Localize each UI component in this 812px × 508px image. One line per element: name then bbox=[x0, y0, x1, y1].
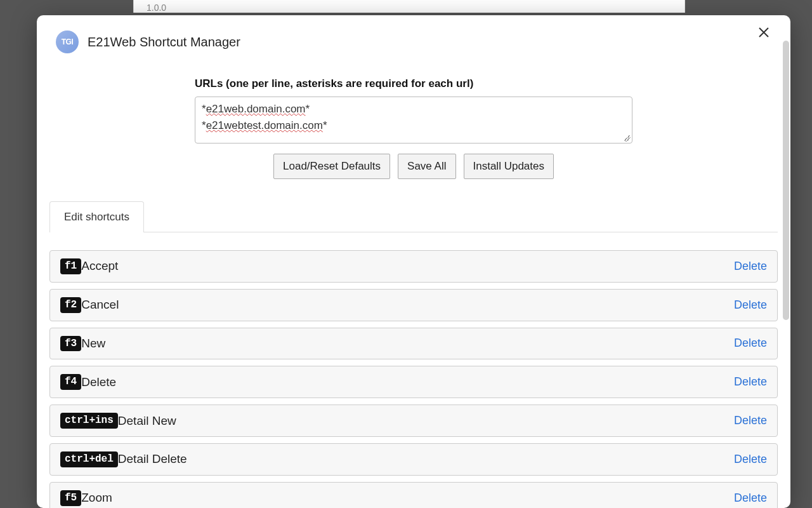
key-badge: ctrl+ins bbox=[60, 413, 118, 429]
install-updates-button[interactable]: Install Updates bbox=[464, 154, 554, 179]
shortcut-left: f1Accept bbox=[60, 258, 118, 274]
shortcut-name: Delete bbox=[81, 375, 116, 389]
shortcut-left: f4Delete bbox=[60, 374, 116, 390]
url-line-host: e21webtest.domain.com bbox=[206, 119, 323, 131]
close-button[interactable] bbox=[756, 25, 771, 41]
shortcut-left: f2Cancel bbox=[60, 297, 119, 313]
shortcut-row[interactable]: f2CancelDelete bbox=[49, 289, 778, 321]
delete-shortcut-button[interactable]: Delete bbox=[734, 491, 767, 505]
delete-shortcut-button[interactable]: Delete bbox=[734, 453, 767, 466]
delete-shortcut-button[interactable]: Delete bbox=[734, 298, 767, 312]
shortcut-row[interactable]: f5ZoomDelete bbox=[49, 482, 778, 508]
delete-shortcut-button[interactable]: Delete bbox=[734, 414, 767, 427]
page-title: E21Web Shortcut Manager bbox=[88, 35, 240, 50]
shortcut-name: New bbox=[81, 337, 105, 351]
key-badge: f2 bbox=[60, 297, 81, 313]
delete-shortcut-button[interactable]: Delete bbox=[734, 337, 767, 350]
url-line-suffix: * bbox=[306, 103, 310, 115]
resize-handle-icon[interactable] bbox=[624, 135, 631, 142]
url-textarea[interactable]: *e21web.domain.com**e21webtest.domain.co… bbox=[195, 97, 632, 144]
close-icon bbox=[758, 27, 769, 38]
shortcut-name: Detail Delete bbox=[118, 452, 187, 466]
url-label: URLs (one per line, asterisks are requir… bbox=[195, 77, 632, 90]
delete-shortcut-button[interactable]: Delete bbox=[734, 375, 767, 389]
url-line: *e21webtest.domain.com* bbox=[202, 117, 625, 134]
key-badge: f3 bbox=[60, 336, 81, 352]
url-line-host: e21web.domain.com bbox=[206, 103, 306, 115]
shortcut-name: Zoom bbox=[81, 491, 112, 505]
save-all-button[interactable]: Save All bbox=[398, 154, 455, 179]
shortcut-name: Detail New bbox=[118, 414, 176, 428]
shortcut-row[interactable]: f1AcceptDelete bbox=[49, 250, 778, 283]
app-icon-text: TGI bbox=[62, 37, 74, 46]
shortcut-row[interactable]: ctrl+insDetail NewDelete bbox=[49, 404, 778, 437]
key-badge: f4 bbox=[60, 374, 81, 390]
background-panel: 1.0.0 bbox=[133, 0, 685, 13]
modal-scrollbar[interactable] bbox=[783, 41, 789, 320]
shortcut-left: ctrl+insDetail New bbox=[60, 413, 176, 429]
shortcut-name: Accept bbox=[81, 259, 118, 273]
shortcut-row[interactable]: f3NewDelete bbox=[49, 328, 778, 360]
key-badge: f5 bbox=[60, 490, 81, 506]
key-badge: ctrl+del bbox=[60, 451, 118, 467]
tab-bar: Edit shortcuts bbox=[49, 201, 778, 232]
shortcut-left: f3New bbox=[60, 336, 105, 352]
button-row: Load/Reset Defaults Save All Install Upd… bbox=[49, 154, 778, 179]
shortcut-left: ctrl+delDetail Delete bbox=[60, 451, 187, 467]
delete-shortcut-button[interactable]: Delete bbox=[734, 260, 767, 273]
load-reset-defaults-button[interactable]: Load/Reset Defaults bbox=[273, 154, 390, 179]
tab-edit-shortcuts[interactable]: Edit shortcuts bbox=[49, 201, 144, 232]
shortcut-manager-modal: TGI E21Web Shortcut Manager URLs (one pe… bbox=[37, 15, 790, 508]
background-version: 1.0.0 bbox=[147, 3, 166, 13]
shortcut-list: f1AcceptDeletef2CancelDeletef3NewDeletef… bbox=[49, 250, 778, 508]
url-line-suffix: * bbox=[323, 119, 327, 131]
shortcut-name: Cancel bbox=[81, 298, 119, 312]
shortcut-row[interactable]: ctrl+delDetail DeleteDelete bbox=[49, 443, 778, 476]
url-line-prefix: * bbox=[202, 103, 206, 115]
modal-body: URLs (one per line, asterisks are requir… bbox=[37, 77, 790, 508]
url-line: *e21web.domain.com* bbox=[202, 101, 625, 117]
url-section: URLs (one per line, asterisks are requir… bbox=[195, 77, 632, 144]
app-icon: TGI bbox=[56, 30, 79, 53]
shortcut-left: f5Zoom bbox=[60, 490, 112, 506]
shortcut-row[interactable]: f4DeleteDelete bbox=[49, 366, 778, 398]
url-line-prefix: * bbox=[202, 119, 206, 131]
key-badge: f1 bbox=[60, 258, 81, 274]
modal-header: TGI E21Web Shortcut Manager bbox=[37, 15, 790, 60]
